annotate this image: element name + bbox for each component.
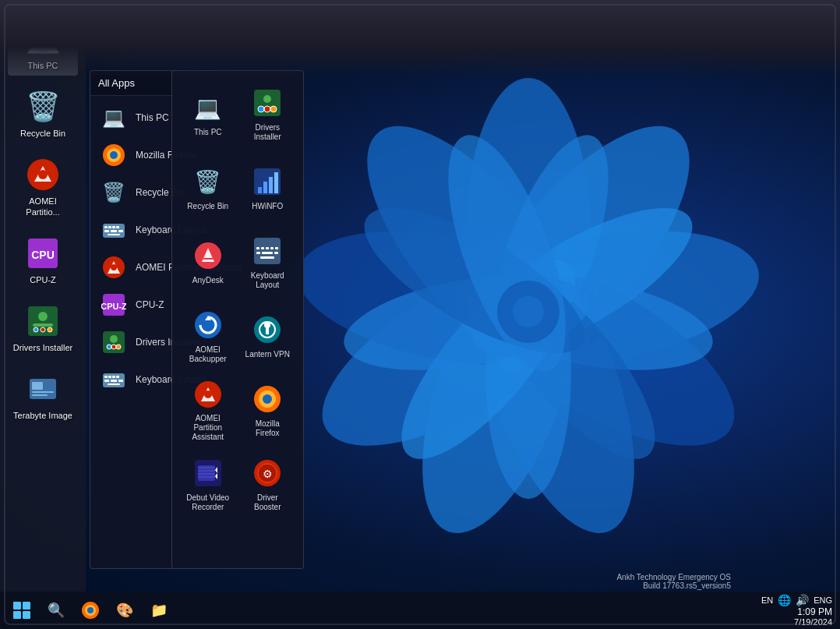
sidebar-item-this-pc[interactable]: 💻 This PC: [8, 16, 78, 76]
svg-rect-32: [32, 391, 54, 393]
aomei-label: AOMEI Partitio...: [12, 196, 73, 217]
volume-icon[interactable]: 🔊: [796, 594, 809, 606]
svg-rect-63: [108, 383, 120, 385]
svg-rect-61: [111, 380, 117, 382]
ag-recycle-icon: 🗑️: [191, 164, 225, 199]
app-grid-debut[interactable]: Debut Video Recorder: [180, 449, 236, 519]
ag-backupper-label: AOMEI Backupper: [183, 345, 233, 364]
app-grid-firefox[interactable]: Mozilla Firefox: [240, 375, 296, 445]
network-icon[interactable]: 🌐: [778, 594, 791, 606]
cpu-z-label: CPU-Z: [30, 275, 56, 285]
ag-keyboard-icon: [250, 234, 284, 268]
ag-recycle-label: Recycle Bin: [187, 202, 228, 211]
svg-rect-103: [198, 476, 215, 478]
svg-rect-26: [33, 323, 53, 327]
svg-point-27: [34, 327, 38, 332]
ag-aomei-partition-label: AOMEI Partition Assistant: [183, 414, 233, 442]
sidebar-item-terabyte[interactable]: Terabyte Image: [8, 366, 78, 426]
app-grid-recycle[interactable]: 🗑️ Recycle Bin: [180, 153, 236, 223]
svg-rect-71: [263, 182, 267, 193]
svg-rect-83: [262, 252, 273, 254]
ag-drivers-icon: [250, 86, 284, 120]
svg-rect-91: [266, 327, 269, 334]
system-tray: EN 🌐 🔊 ENG 1:09 PM 7/19/2024: [761, 592, 832, 629]
sidebar-item-drivers[interactable]: Drivers Installer: [8, 298, 78, 358]
start-firefox-icon: [100, 141, 128, 169]
ag-lantern-icon: [250, 313, 284, 347]
svg-point-25: [38, 312, 48, 321]
os-info-line2: Build 17763.rs5_version5: [616, 581, 731, 590]
sidebar-item-aomei[interactable]: AOMEI Partitio...: [8, 151, 78, 221]
windows-logo-icon: [13, 602, 30, 619]
svg-rect-85: [260, 256, 274, 259]
ag-driver-booster-label: Driver Booster: [243, 493, 293, 512]
taskbar: 🔍 🎨 📁 EN 🌐 🔊 ENG 1:09 PM: [0, 592, 840, 629]
svg-point-28: [41, 327, 45, 332]
taskbar-explorer-button[interactable]: 📁: [145, 596, 173, 624]
svg-rect-62: [118, 380, 123, 382]
svg-text:⚙: ⚙: [263, 468, 273, 480]
svg-rect-31: [32, 382, 43, 390]
sidebar-item-cpu-z[interactable]: CPU CPU-Z: [8, 230, 78, 290]
svg-rect-56: [104, 376, 108, 378]
app-grid-this-pc[interactable]: 💻 This PC: [180, 79, 236, 149]
svg-point-52: [107, 345, 111, 349]
app-grid-lantern[interactable]: Lantern VPN: [240, 301, 296, 371]
svg-point-21: [38, 170, 48, 179]
clock-date: 7/19/2024: [794, 617, 832, 627]
svg-point-68: [270, 106, 277, 112]
ag-anydesk-icon: [191, 239, 225, 273]
cpu-z-icon: CPU: [24, 235, 62, 272]
app-grid-aomei-partition[interactable]: AOMEI Partition Assistant: [180, 375, 236, 445]
app-grid-anydesk[interactable]: AnyDesk: [180, 227, 236, 297]
ag-aomei-partition-icon: [191, 378, 225, 411]
recycle-bin-icon: 🗑️: [24, 88, 62, 125]
search-button[interactable]: 🔍: [42, 596, 70, 624]
sidebar-item-recycle-bin[interactable]: 🗑️ Recycle Bin: [8, 83, 78, 143]
svg-rect-101: [198, 470, 215, 472]
start-button[interactable]: [8, 596, 36, 624]
svg-rect-39: [108, 226, 111, 228]
svg-rect-57: [108, 376, 111, 378]
svg-rect-81: [275, 247, 278, 249]
svg-point-67: [264, 106, 270, 112]
app-grid-hwinfo[interactable]: HWiNFO: [240, 153, 296, 223]
ag-drivers-label: Drivers Installer: [243, 123, 293, 142]
ag-anydesk-label: AnyDesk: [192, 276, 224, 285]
ag-debut-icon: [191, 456, 225, 490]
svg-point-96: [263, 394, 272, 404]
terabyte-label: Terabyte Image: [13, 411, 72, 421]
eng-label: ENG: [814, 595, 832, 605]
svg-rect-82: [256, 252, 260, 254]
clock-time[interactable]: 1:09 PM: [794, 606, 832, 617]
sys-tray-icons: EN 🌐 🔊 ENG: [761, 594, 832, 606]
svg-point-66: [258, 106, 264, 112]
svg-rect-33: [32, 394, 48, 396]
svg-rect-41: [116, 226, 119, 228]
ag-debut-label: Debut Video Recorder: [183, 493, 233, 512]
svg-point-47: [111, 264, 117, 270]
app-grid-driver-booster[interactable]: ⚙ Driver Booster: [240, 449, 296, 519]
ag-lantern-label: Lantern VPN: [245, 350, 290, 359]
svg-rect-84: [274, 252, 278, 254]
taskbar-color-button[interactable]: 🎨: [111, 596, 139, 624]
ag-hwinfo-label: HWiNFO: [252, 202, 283, 211]
ag-keyboard-label: Keyboard Layout: [243, 271, 293, 290]
start-aomei-icon: [100, 253, 128, 281]
taskbar-firefox-button[interactable]: [76, 596, 104, 624]
app-grid-keyboard[interactable]: Keyboard Layout: [240, 227, 296, 297]
svg-text:CPU: CPU: [31, 249, 55, 261]
svg-rect-43: [111, 230, 117, 232]
start-this-pc-icon: 💻: [100, 104, 128, 132]
recycle-bin-label: Recycle Bin: [20, 129, 65, 139]
svg-point-51: [110, 335, 118, 343]
start-keyboard-icon: [100, 216, 128, 244]
svg-rect-58: [112, 376, 115, 378]
svg-text:CPU-Z: CPU-Z: [101, 302, 126, 311]
app-grid-backupper[interactable]: AOMEI Backupper: [180, 301, 236, 371]
start-keyboard2-icon: [100, 366, 128, 394]
svg-rect-42: [104, 230, 109, 232]
app-grid-drivers[interactable]: Drivers Installer: [240, 79, 296, 149]
start-recycle-icon: 🗑️: [100, 178, 128, 207]
svg-rect-100: [198, 467, 215, 468]
